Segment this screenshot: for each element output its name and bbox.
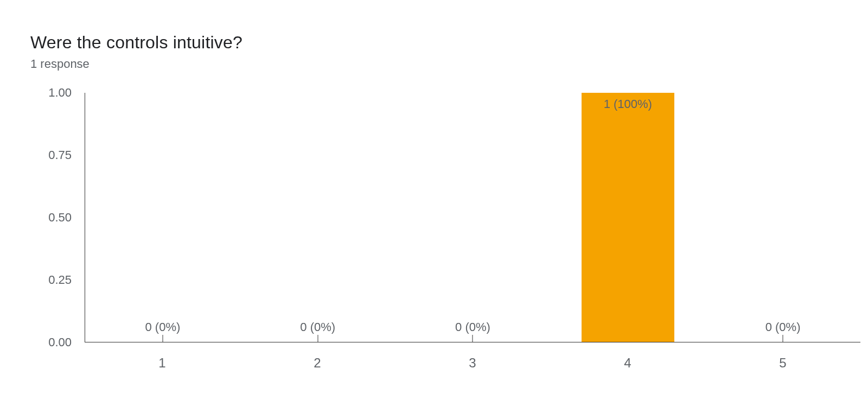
bar-slot: 1 (100%) xyxy=(550,93,705,342)
y-tick-label: 0.25 xyxy=(30,273,79,287)
x-tick-label: 5 xyxy=(705,355,860,371)
x-tick-label: 3 xyxy=(395,355,550,371)
bar-slot: 0 (0%) xyxy=(85,93,240,342)
x-tick-label: 4 xyxy=(550,355,705,371)
bar-slot: 0 (0%) xyxy=(240,93,395,342)
zero-tick xyxy=(317,335,318,342)
bar-data-label: 0 (0%) xyxy=(300,320,335,334)
bar-data-label: 0 (0%) xyxy=(765,320,801,334)
bar-data-label: 0 (0%) xyxy=(145,320,180,334)
zero-tick xyxy=(473,335,473,342)
bar-slot: 0 (0%) xyxy=(395,93,551,342)
y-tick-label: 0.75 xyxy=(30,148,79,162)
response-count: 1 response xyxy=(30,57,868,71)
x-axis-ticks: 12345 xyxy=(85,355,860,371)
bar-slots: 0 (0%)0 (0%)0 (0%)1 (100%)0 (0%) xyxy=(85,93,860,342)
bar-data-label: 1 (100%) xyxy=(604,97,652,111)
chart-card: Were the controls intuitive? 1 response … xyxy=(0,0,868,413)
plot-region: 0 (0%)0 (0%)0 (0%)1 (100%)0 (0%) xyxy=(85,93,860,342)
bar-data-label: 0 (0%) xyxy=(455,320,490,334)
chart-area: 0.000.250.500.751.00 0 (0%)0 (0%)0 (0%)1… xyxy=(30,93,860,386)
zero-tick xyxy=(783,335,783,342)
y-tick-label: 0.00 xyxy=(30,335,79,350)
chart-title: Were the controls intuitive? xyxy=(30,33,868,53)
x-tick-label: 2 xyxy=(240,355,395,371)
y-tick-label: 0.50 xyxy=(30,211,79,225)
bar-slot: 0 (0%) xyxy=(705,93,860,342)
zero-tick xyxy=(162,335,163,342)
bar: 1 (100%) xyxy=(582,93,674,342)
y-tick-label: 1.00 xyxy=(30,86,79,100)
x-tick-label: 1 xyxy=(85,355,240,371)
